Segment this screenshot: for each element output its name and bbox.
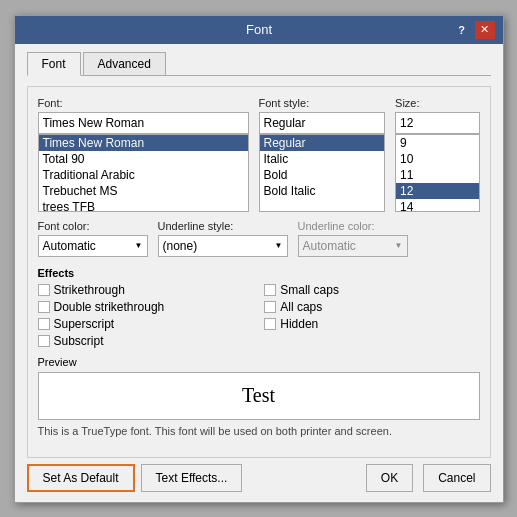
list-item[interactable]: Bold Italic	[260, 183, 385, 199]
font-style-listbox[interactable]: Regular Italic Bold Bold Italic	[259, 134, 386, 212]
set-as-default-button[interactable]: Set As Default	[27, 464, 135, 492]
double-strikethrough-item: Double strikethrough	[38, 300, 165, 314]
list-item[interactable]: Times New Roman	[39, 135, 248, 151]
all-caps-label: All caps	[280, 300, 322, 314]
list-item[interactable]: 11	[396, 167, 478, 183]
font-name-group: Font: Times New Roman Total 90 Tradition…	[38, 97, 249, 212]
button-row: Set As Default Text Effects... OK Cancel	[27, 458, 491, 492]
list-item[interactable]: Italic	[260, 151, 385, 167]
font-name-label: Font:	[38, 97, 249, 109]
subscript-item: Subscript	[38, 334, 165, 348]
small-caps-label: Small caps	[280, 283, 339, 297]
close-button[interactable]: ✕	[475, 21, 495, 39]
font-style-label: Font style:	[259, 97, 386, 109]
font-color-group: Font color: Automatic ▼	[38, 220, 148, 257]
dropdowns-row: Font color: Automatic ▼ Underline style:…	[38, 220, 480, 257]
font-size-group: Size: 9 10 11 12 14	[395, 97, 479, 212]
font-style-group: Font style: Regular Italic Bold Bold Ita…	[259, 97, 386, 212]
effects-title: Effects	[38, 267, 480, 279]
effects-section: Effects Strikethrough Double strikethrou…	[38, 267, 480, 348]
tab-content: Font: Times New Roman Total 90 Tradition…	[27, 86, 491, 458]
font-style-input[interactable]	[259, 112, 386, 134]
title-bar: Font ? ✕	[15, 16, 503, 44]
cancel-button[interactable]: Cancel	[423, 464, 490, 492]
ok-button[interactable]: OK	[366, 464, 413, 492]
list-item[interactable]: trees TFB	[39, 199, 248, 212]
subscript-checkbox[interactable]	[38, 335, 50, 347]
effects-right-col: Small caps All caps Hidden	[264, 283, 339, 348]
strikethrough-checkbox[interactable]	[38, 284, 50, 296]
underline-style-select[interactable]: (none) ▼	[158, 235, 288, 257]
underline-color-group: Underline color: Automatic ▼	[298, 220, 408, 257]
strikethrough-label: Strikethrough	[54, 283, 125, 297]
preview-label: Preview	[38, 356, 480, 368]
underline-style-label: Underline style:	[158, 220, 288, 232]
list-item[interactable]: 9	[396, 135, 478, 151]
font-size-listbox[interactable]: 9 10 11 12 14	[395, 134, 479, 212]
font-fields-row: Font: Times New Roman Total 90 Tradition…	[38, 97, 480, 212]
preview-section: Preview Test This is a TrueType font. Th…	[38, 356, 480, 437]
tab-font[interactable]: Font	[27, 52, 81, 76]
double-strikethrough-label: Double strikethrough	[54, 300, 165, 314]
font-name-input[interactable]	[38, 112, 249, 134]
hidden-checkbox[interactable]	[264, 318, 276, 330]
superscript-checkbox[interactable]	[38, 318, 50, 330]
hidden-item: Hidden	[264, 317, 339, 331]
help-button[interactable]: ?	[452, 21, 472, 39]
list-item[interactable]: Traditional Arabic	[39, 167, 248, 183]
double-strikethrough-checkbox[interactable]	[38, 301, 50, 313]
text-effects-button[interactable]: Text Effects...	[141, 464, 243, 492]
dialog-body: Font Advanced Font: Times New Roman Tota…	[15, 44, 503, 502]
font-color-label: Font color:	[38, 220, 148, 232]
list-item[interactable]: 10	[396, 151, 478, 167]
preview-note: This is a TrueType font. This font will …	[38, 425, 480, 437]
list-item[interactable]: Trebuchet MS	[39, 183, 248, 199]
dialog-title: Font	[67, 22, 452, 37]
hidden-label: Hidden	[280, 317, 318, 331]
effects-left-col: Strikethrough Double strikethrough Super…	[38, 283, 165, 348]
font-name-listbox[interactable]: Times New Roman Total 90 Traditional Ara…	[38, 134, 249, 212]
list-item[interactable]: 12	[396, 183, 478, 199]
tab-advanced[interactable]: Advanced	[83, 52, 166, 75]
superscript-item: Superscript	[38, 317, 165, 331]
underline-color-select[interactable]: Automatic ▼	[298, 235, 408, 257]
underline-style-value: (none)	[163, 239, 198, 253]
superscript-label: Superscript	[54, 317, 115, 331]
list-item[interactable]: Total 90	[39, 151, 248, 167]
preview-text: Test	[242, 384, 275, 407]
font-dialog: Font ? ✕ Font Advanced Font: Times New R…	[14, 15, 504, 503]
chevron-down-icon: ▼	[135, 241, 143, 250]
tab-bar: Font Advanced	[27, 52, 491, 76]
small-caps-checkbox[interactable]	[264, 284, 276, 296]
all-caps-item: All caps	[264, 300, 339, 314]
list-item[interactable]: Regular	[260, 135, 385, 151]
small-caps-item: Small caps	[264, 283, 339, 297]
underline-style-group: Underline style: (none) ▼	[158, 220, 288, 257]
font-color-value: Automatic	[43, 239, 96, 253]
chevron-down-icon: ▼	[275, 241, 283, 250]
font-color-select[interactable]: Automatic ▼	[38, 235, 148, 257]
all-caps-checkbox[interactable]	[264, 301, 276, 313]
underline-color-value: Automatic	[303, 239, 356, 253]
preview-box: Test	[38, 372, 480, 420]
subscript-label: Subscript	[54, 334, 104, 348]
font-size-label: Size:	[395, 97, 479, 109]
chevron-down-icon: ▼	[395, 241, 403, 250]
list-item[interactable]: 14	[396, 199, 478, 212]
list-item[interactable]: Bold	[260, 167, 385, 183]
underline-color-label: Underline color:	[298, 220, 408, 232]
font-size-input[interactable]	[395, 112, 479, 134]
strikethrough-item: Strikethrough	[38, 283, 165, 297]
effects-grid: Strikethrough Double strikethrough Super…	[38, 283, 480, 348]
